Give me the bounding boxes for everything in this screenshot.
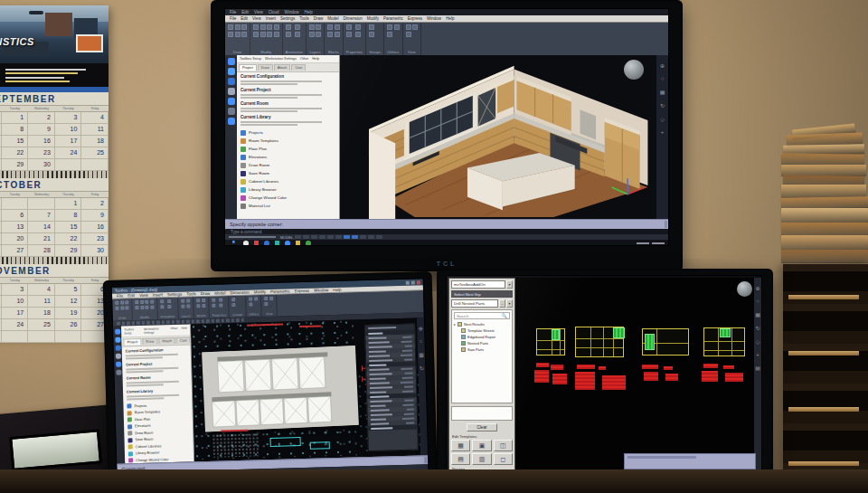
tool-icon[interactable]: [235, 24, 241, 30]
panel-item[interactable]: Room Templates: [241, 137, 339, 145]
menu-item-cloud[interactable]: Cloud: [269, 10, 279, 14]
tool-icon[interactable]: [145, 300, 148, 304]
tool-icon[interactable]: [265, 302, 269, 306]
menu-item-modify[interactable]: Modify: [367, 16, 379, 21]
nav-tool-icon[interactable]: ▦: [755, 311, 760, 318]
toolbar-icon[interactable]: [201, 319, 204, 323]
menu-item-express[interactable]: Express: [295, 289, 309, 293]
nav-tool-icon[interactable]: ○: [756, 299, 760, 304]
tree-item[interactable]: Saw Parts: [454, 346, 510, 353]
app-strip-icon[interactable]: [115, 346, 120, 351]
tool-icon[interactable]: [394, 24, 400, 30]
toolbar-icon[interactable]: [241, 318, 244, 322]
menu-item-view[interactable]: View: [254, 10, 263, 14]
tool-icon[interactable]: [295, 24, 300, 30]
status-toggle[interactable]: [335, 235, 342, 239]
2d-viewport[interactable]: [191, 318, 422, 461]
tool-icon[interactable]: [135, 306, 138, 309]
tool-icon[interactable]: [125, 306, 128, 309]
tool-icon[interactable]: [140, 305, 144, 308]
nest-sheet[interactable]: [536, 328, 565, 356]
status-toggle[interactable]: [352, 235, 358, 239]
tool-icon[interactable]: [327, 32, 333, 37]
tool-icon[interactable]: [327, 24, 333, 30]
tool-button[interactable]: ◫: [494, 440, 513, 451]
app-strip-icon[interactable]: [115, 337, 120, 343]
tool-icon[interactable]: [150, 300, 154, 304]
panel-item[interactable]: Library Browser: [241, 185, 339, 194]
panel-menu-item[interactable]: Other: [300, 57, 309, 61]
tool-icon[interactable]: [286, 32, 291, 37]
tool-icon[interactable]: [196, 304, 200, 308]
tool-icon[interactable]: [115, 306, 118, 309]
taskbar-icon[interactable]: [254, 241, 259, 246]
menu-item-modify[interactable]: Modify: [254, 289, 266, 294]
tool-icon[interactable]: [387, 24, 392, 30]
menu-item-file[interactable]: File: [117, 294, 123, 299]
search-input[interactable]: [455, 314, 502, 318]
toolbar-icon[interactable]: [127, 322, 130, 326]
nav-tool-icon[interactable]: ○: [661, 76, 665, 81]
tool-icon[interactable]: [260, 24, 266, 30]
toolbar-icon[interactable]: [161, 320, 165, 324]
app-strip-icon[interactable]: [116, 362, 121, 367]
menu-item-window[interactable]: Window: [314, 288, 328, 292]
tool-icon[interactable]: [168, 299, 172, 303]
tool-icon[interactable]: [274, 24, 279, 30]
status-toggle[interactable]: [295, 235, 301, 239]
tool-icon[interactable]: [274, 32, 279, 37]
toolbar-icon[interactable]: [176, 320, 180, 324]
menu-item-express[interactable]: Express: [408, 16, 422, 21]
menu-item-file[interactable]: File: [230, 16, 236, 21]
menu-item-draw[interactable]: Draw: [314, 16, 324, 21]
tool-icon[interactable]: [196, 299, 200, 302]
tree-item[interactable]: Edgeband Report: [454, 334, 510, 340]
tool-icon[interactable]: [115, 301, 118, 305]
menu-item-edit[interactable]: Edit: [127, 293, 135, 298]
menu-item-settings[interactable]: Settings: [167, 292, 182, 297]
tool-icon[interactable]: [369, 32, 374, 37]
tool-icon[interactable]: [269, 297, 273, 300]
menu-item-draw[interactable]: Draw: [201, 291, 211, 296]
nav-tool-icon[interactable]: ◇: [660, 116, 665, 122]
nav-tool-icon[interactable]: +: [661, 129, 665, 135]
tool-icon[interactable]: [249, 302, 252, 306]
menu-item-parametric[interactable]: Parametric: [270, 289, 290, 294]
panel-tab-project[interactable]: Project: [239, 64, 257, 71]
panel-tab-attach[interactable]: Attach: [158, 337, 175, 345]
palette-row[interactable]: [368, 424, 417, 431]
tool-icon[interactable]: [181, 304, 184, 308]
browse-button[interactable]: …: [499, 299, 505, 308]
panel-menu-item[interactable]: Toolbox Setup: [240, 57, 261, 61]
menu-item-view[interactable]: View: [139, 293, 148, 298]
app-strip-icon[interactable]: [228, 78, 235, 85]
nav-tool-icon[interactable]: ↻: [660, 102, 665, 109]
tool-icon[interactable]: [220, 298, 223, 301]
menu-item-dimension[interactable]: Dimension: [344, 16, 363, 21]
tool-icon[interactable]: [267, 32, 272, 37]
menu-item-dimension[interactable]: Dimension: [230, 290, 249, 296]
panel-item[interactable]: Cabinet Libraries: [241, 177, 339, 185]
panel-tab-cost[interactable]: Cost: [176, 337, 191, 343]
tool-icon[interactable]: [140, 300, 144, 304]
tool-icon[interactable]: [406, 32, 411, 37]
menu-item-insert[interactable]: Insert: [266, 16, 276, 21]
tree-item[interactable]: Template Sheets: [454, 327, 510, 334]
addon-dropdown[interactable]: mvToolboxAddOn: [451, 280, 505, 289]
menu-item-edit[interactable]: Edit: [241, 16, 248, 21]
tool-icon[interactable]: [232, 298, 236, 301]
toolbar-icon[interactable]: [181, 320, 184, 324]
tool-icon[interactable]: [286, 24, 291, 30]
app-strip-icon[interactable]: [228, 68, 235, 75]
toolbar-icon[interactable]: [186, 320, 190, 324]
taskbar-icon[interactable]: [296, 241, 301, 246]
tool-icon[interactable]: [355, 24, 361, 30]
tool-button[interactable]: ▣: [472, 440, 491, 451]
tool-button[interactable]: ◻: [494, 453, 513, 465]
tool-button[interactable]: ▦: [451, 440, 470, 451]
command-box[interactable]: Type a command: [624, 453, 756, 469]
panel-menu-item[interactable]: Help: [181, 327, 187, 334]
tool-icon[interactable]: [150, 305, 154, 308]
menu-item-help[interactable]: Help: [333, 288, 341, 292]
menu-item-model[interactable]: Model: [214, 290, 225, 295]
